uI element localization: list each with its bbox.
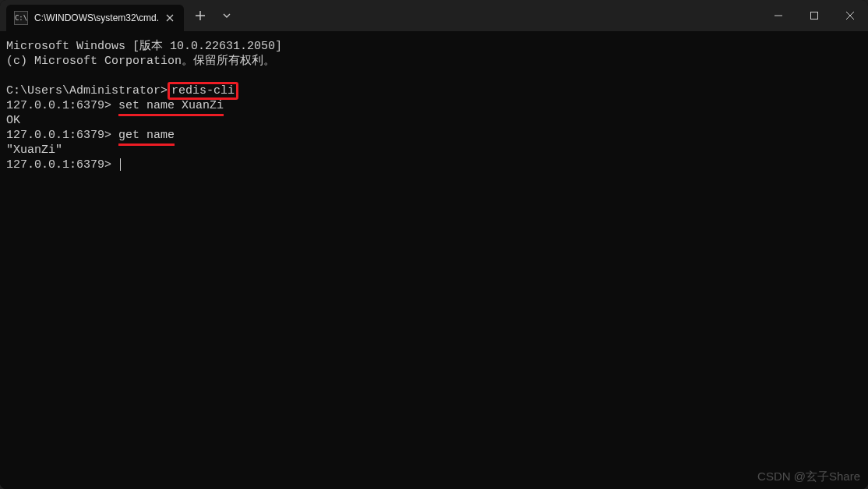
output-line: Microsoft Windows [版本 10.0.22631.2050] (6, 39, 862, 54)
prompt: C:\Users\Administrator> (6, 84, 168, 97)
prompt-line[interactable]: 127.0.0.1:6379> (6, 158, 862, 172)
maximize-button[interactable] (796, 0, 832, 31)
highlighted-command: redis-cli (168, 82, 238, 100)
watermark-text: CSDN @玄子Share (757, 470, 860, 484)
new-tab-button[interactable] (187, 4, 213, 27)
terminal-window: C:\ C:\WINDOWS\system32\cmd. (0, 0, 868, 489)
cursor-icon (120, 158, 121, 171)
cmd-icon: C:\ (14, 11, 28, 25)
output-line: (c) Microsoft Corporation。保留所有权利。 (6, 54, 862, 69)
prompt: 127.0.0.1:6379> (6, 129, 118, 142)
prompt: 127.0.0.1:6379> (6, 158, 118, 172)
titlebar-tab-actions (187, 0, 240, 31)
prompt: 127.0.0.1:6379> (6, 99, 118, 112)
window-controls (760, 0, 868, 31)
close-tab-icon[interactable] (164, 12, 176, 24)
svg-rect-0 (811, 12, 818, 19)
underlined-command: set name XuanZi (118, 98, 224, 113)
close-window-button[interactable] (832, 0, 868, 31)
underlined-command: get name (118, 128, 175, 143)
minimize-button[interactable] (760, 0, 796, 31)
titlebar[interactable]: C:\ C:\WINDOWS\system32\cmd. (0, 0, 868, 31)
terminal-area[interactable]: Microsoft Windows [版本 10.0.22631.2050] (… (0, 31, 868, 489)
command-line: 127.0.0.1:6379> set name XuanZi (6, 98, 862, 113)
command-line: C:\Users\Administrator>redis-cli (6, 83, 862, 98)
tab-title: C:\WINDOWS\system32\cmd. (34, 12, 159, 23)
tab-cmd[interactable]: C:\ C:\WINDOWS\system32\cmd. (6, 5, 184, 31)
blank-line (6, 69, 862, 83)
command-line: 127.0.0.1:6379> get name (6, 128, 862, 143)
tab-dropdown-button[interactable] (213, 4, 240, 27)
